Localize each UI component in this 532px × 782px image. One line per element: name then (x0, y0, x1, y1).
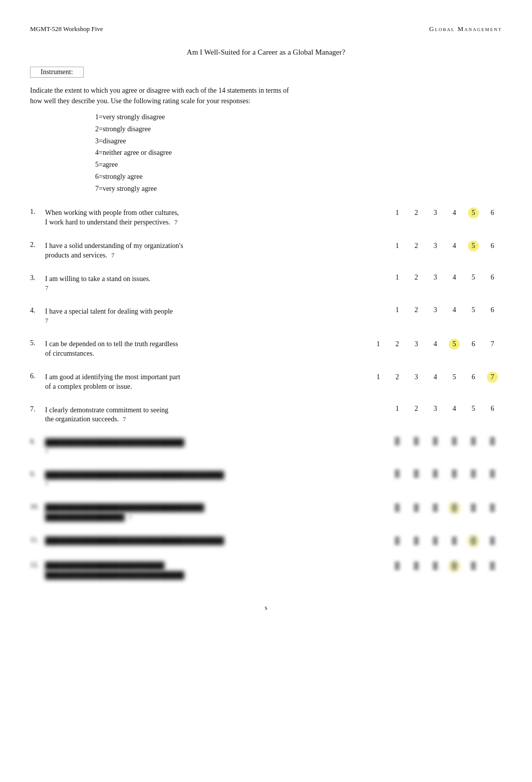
rating-cell: 4 (426, 340, 445, 348)
rating-cell: █ (426, 470, 445, 478)
question-text: I clearly demonstrate commitment to seei… (45, 405, 377, 415)
rating-cell: 6 (464, 373, 483, 381)
question-continuation: ████████████████████████████ (45, 572, 184, 580)
rating-columns: ██████ (377, 470, 502, 478)
question-block: 2.I have a solid understanding of my org… (30, 240, 502, 259)
rating-cell: 5 (464, 274, 483, 282)
questions-section: 1.When working with people from other cu… (30, 207, 502, 594)
question-answer: 7 (45, 284, 49, 292)
question-text: I have a special talent for dealing with… (45, 306, 377, 317)
rating-cell: 7 (483, 372, 502, 383)
question-text: ████████████████████████████ (45, 437, 377, 448)
question-text: I can be depended on to tell the truth r… (45, 339, 369, 349)
rating-cell: 1 (388, 405, 407, 413)
rating-cell: █ (445, 561, 464, 572)
rating-cell: █ (426, 562, 445, 570)
rating-cell: 4 (445, 242, 464, 250)
question-text: ████████████████████████████████████ (45, 470, 377, 480)
rating-cell: █ (464, 470, 483, 478)
rating-cell: █ (483, 437, 502, 445)
rating-columns: ██████ (377, 437, 502, 445)
rating-cell: 1 (388, 306, 407, 314)
rating-cell: █ (426, 437, 445, 445)
question-answer: 7 (45, 480, 49, 488)
instrument-label: Instrument: (30, 67, 84, 78)
rating-cell: 2 (407, 274, 426, 282)
rating-cell: 2 (407, 242, 426, 250)
question-number: 12. (30, 561, 45, 569)
rating-cell: █ (388, 504, 407, 512)
question-answer: 7 (174, 218, 178, 226)
rating-cell: █ (388, 562, 407, 570)
question-text: I have a solid understanding of my organ… (45, 240, 377, 251)
question-block: 9.██████████████████████████████████████… (30, 470, 502, 488)
rating-cell: 3 (426, 242, 445, 250)
rating-cell: █ (445, 502, 464, 513)
rating-columns: ██████ (377, 502, 502, 513)
rating-cell: 5 (464, 405, 483, 413)
rating-cell: 4 (445, 209, 464, 217)
question-text: ████████████████████████████████ (45, 502, 377, 513)
rating-cell: 4 (445, 274, 464, 282)
question-text: When working with people from other cult… (45, 207, 377, 218)
question-number: 2. (30, 240, 45, 249)
rating-cell: 2 (407, 306, 426, 314)
rating-cell: █ (407, 537, 426, 545)
question-number: 10. (30, 502, 45, 511)
scale-item: 6=strongly agree (95, 171, 502, 183)
rating-cell: █ (388, 537, 407, 545)
rating-cell: █ (483, 562, 502, 570)
rating-cell: █ (426, 504, 445, 512)
footer: s (30, 604, 502, 612)
rating-cell: █ (445, 537, 464, 545)
question-block: 3.I am willing to take a stand on issues… (30, 274, 502, 292)
rating-cell: 6 (483, 405, 502, 413)
rating-cell: █ (445, 437, 464, 445)
question-answer: 7 (111, 251, 115, 259)
rating-cell: 1 (388, 274, 407, 282)
header-right: Global Management (429, 25, 502, 33)
rating-cell: █ (483, 504, 502, 512)
question-continuation: I work hard to understand their perspect… (45, 218, 170, 226)
rating-columns: 123456 (377, 306, 502, 314)
question-text: ████████████████████████ (45, 561, 377, 571)
question-block: 8.██████████████████████████████████7 (30, 437, 502, 456)
rating-cell: 6 (464, 340, 483, 348)
question-number: 5. (30, 339, 45, 347)
scale-item: 7=very strongly agree (95, 183, 502, 195)
page-title: Am I Well-Suited for a Career as a Globa… (30, 48, 502, 57)
question-block: 11.█████████████████████████████████████… (30, 536, 502, 547)
rating-cell: 5 (464, 240, 483, 251)
rating-cell: 1 (369, 373, 388, 381)
question-answer: 7 (129, 513, 132, 522)
rating-cell: 3 (426, 274, 445, 282)
question-answer: 7 (45, 317, 49, 325)
rating-cell: 3 (426, 306, 445, 314)
question-number: 8. (30, 437, 45, 446)
rating-cell: █ (445, 470, 464, 478)
question-block: 4.I have a special talent for dealing wi… (30, 306, 502, 325)
rating-cell: 2 (407, 405, 426, 413)
rating-cell: 3 (407, 340, 426, 348)
rating-cell: 3 (426, 209, 445, 217)
question-block: 7.I clearly demonstrate commitment to se… (30, 405, 502, 423)
question-text: I am good at identifying the most import… (45, 372, 369, 382)
rating-cell: █ (426, 537, 445, 545)
question-text: ████████████████████████████████████ (45, 536, 377, 546)
rating-cell: 5 (464, 306, 483, 314)
rating-cell: 4 (445, 405, 464, 413)
rating-cell: █ (407, 470, 426, 478)
rating-cell: █ (388, 437, 407, 445)
question-text: I am willing to take a stand on issues. (45, 274, 377, 284)
rating-cell: 4 (426, 373, 445, 381)
rating-cell: 4 (445, 306, 464, 314)
question-number: 4. (30, 306, 45, 315)
question-block: 5.I can be depended on to tell the truth… (30, 339, 502, 358)
rating-cell: 3 (407, 373, 426, 381)
question-block: 1.When working with people from other cu… (30, 207, 502, 226)
rating-cell: █ (464, 437, 483, 445)
question-continuation: of circumstances. (45, 350, 94, 358)
rating-columns: 123456 (377, 207, 502, 218)
scale-item: 3=disagree (95, 135, 502, 147)
rating-cell: █ (407, 562, 426, 570)
